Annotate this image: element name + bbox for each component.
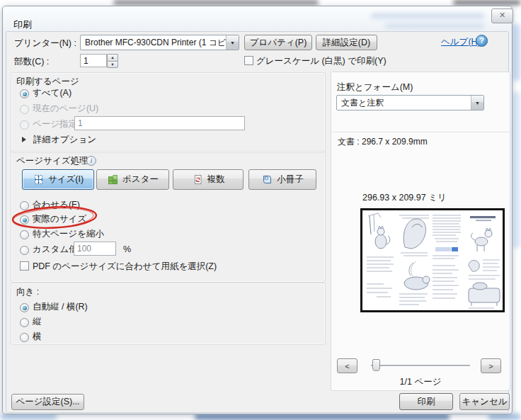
- info-icon[interactable]: i: [86, 156, 96, 166]
- comments-forms-value: 文書と注釈: [337, 97, 471, 109]
- page-setup-button-label: ページ設定(S)...: [16, 396, 79, 408]
- advanced-settings-button-label: 詳細設定(D): [323, 37, 370, 49]
- multiple-icon: [192, 174, 204, 186]
- expand-arrow-icon[interactable]: [22, 137, 26, 142]
- size-icon: [33, 174, 45, 186]
- actual-size-label: 実際のサイズ: [33, 214, 86, 225]
- help-icon[interactable]: ?: [476, 35, 488, 47]
- advanced-options-link[interactable]: 詳細オプション: [33, 135, 96, 145]
- shrink-oversized-label: 特大ページを縮小: [33, 229, 104, 239]
- next-page-button[interactable]: >: [481, 358, 501, 373]
- advanced-settings-button[interactable]: 詳細設定(D): [316, 35, 377, 50]
- background-smudge: [488, 414, 521, 420]
- comments-forms-label: 注釈とフォーム(M): [337, 82, 413, 93]
- previous-page-icon: <: [345, 362, 349, 370]
- titlebar-glass-smudge: [385, 23, 484, 28]
- radio-landscape[interactable]: [20, 333, 29, 342]
- dialog-title: 印刷: [13, 18, 32, 31]
- all-pages-label: すべて(A): [33, 88, 71, 98]
- preview-page-frame: [360, 208, 505, 312]
- next-page-icon: >: [488, 362, 493, 370]
- current-page-label: 現在のページ(U): [33, 103, 98, 114]
- page-range-input[interactable]: 1: [74, 116, 245, 130]
- preview-page-thumbnail: [362, 210, 503, 310]
- grayscale-label: グレースケール (白黒) で印刷(Y): [256, 56, 387, 67]
- help-link[interactable]: ヘルプ(H): [441, 37, 481, 47]
- background-smudge: [512, 24, 521, 81]
- radio-all-pages[interactable]: [20, 89, 29, 98]
- poster-tool-label: ポスター: [122, 174, 159, 186]
- printer-label: プリンター(N) :: [14, 38, 76, 49]
- copies-input[interactable]: 1: [80, 54, 107, 67]
- screen: 印刷 ✕ プリンター(N) : Brother MFC-930CDN Print…: [0, 0, 521, 420]
- auto-orientation-label: 自動縦 / 横(R): [33, 302, 88, 312]
- cancel-button[interactable]: キャンセル: [459, 393, 510, 410]
- print-dialog: 印刷 ✕ プリンター(N) : Brother MFC-930CDN Print…: [2, 6, 513, 414]
- page-slider-thumb[interactable]: [372, 359, 380, 371]
- print-button-label: 印刷: [418, 396, 435, 408]
- previous-page-button[interactable]: <: [337, 358, 357, 373]
- properties-button[interactable]: プロパティ(P): [244, 35, 312, 50]
- percent-label: %: [123, 244, 131, 255]
- sizing-title: ページサイズ処理: [16, 156, 88, 166]
- multiple-tool-label: 複数: [207, 174, 225, 186]
- booklet-tool-label: 小冊子: [277, 174, 304, 186]
- cancel-button-label: キャンセル: [462, 396, 508, 408]
- size-tool-label: サイズ(I): [48, 174, 84, 186]
- panel-separator: [332, 132, 509, 132]
- copies-label: 部数(C) :: [14, 57, 49, 67]
- background-smudge: [512, 92, 521, 248]
- combo-arrow-icon: ▼: [471, 96, 483, 110]
- copies-stepper[interactable]: ▲ ▼: [107, 54, 118, 68]
- page-setup-button[interactable]: ページ設定(S)...: [11, 394, 84, 410]
- size-tool-button[interactable]: サイズ(I): [22, 169, 94, 190]
- booklet-icon: [261, 174, 273, 186]
- radio-actual-size[interactable]: [20, 215, 29, 225]
- background-smudge: [113, 0, 319, 5]
- radio-auto-orientation[interactable]: [20, 303, 29, 312]
- orientation-title: 向き :: [16, 287, 39, 297]
- document-size-text: 文書 : 296.7 x 209.9mm: [338, 137, 428, 147]
- spin-up-icon[interactable]: ▲: [107, 54, 118, 61]
- poster-tool-button[interactable]: ポスター: [96, 169, 169, 190]
- poster-icon: [107, 174, 119, 186]
- radio-fit[interactable]: [20, 201, 29, 210]
- grayscale-checkbox[interactable]: [244, 56, 253, 65]
- preview-panel: 注釈とフォーム(M) 文書と注釈 ▼ 文書 : 296.7 x 209.9mm …: [331, 72, 510, 391]
- choose-paper-label: PDF のページサイズに合わせて用紙を選択(Z): [33, 261, 217, 272]
- radio-page-range[interactable]: [20, 120, 29, 130]
- pages-title: 印刷するページ: [16, 76, 79, 87]
- properties-button-label: プロパティ(P): [250, 37, 307, 49]
- orientation-groupbox: [11, 283, 326, 345]
- background-smudge: [0, 414, 57, 420]
- choose-paper-checkbox[interactable]: [20, 261, 29, 271]
- page-indicator: 1/1 ページ: [331, 376, 510, 388]
- background-smudge: [195, 414, 450, 420]
- fit-label: 合わせる(F): [33, 200, 80, 210]
- combo-arrow-icon: ▼: [226, 35, 239, 50]
- print-button[interactable]: 印刷: [399, 393, 453, 410]
- printer-select[interactable]: Brother MFC-930CDN Printer (1 コピー) ▼: [80, 35, 239, 50]
- radio-shrink-oversized[interactable]: [20, 230, 29, 239]
- comments-forms-select[interactable]: 文書と注釈 ▼: [336, 95, 484, 110]
- page-slider-track[interactable]: [371, 365, 470, 366]
- radio-portrait[interactable]: [20, 318, 29, 327]
- printer-selected-value: Brother MFC-930CDN Printer (1 コピー): [81, 37, 226, 49]
- custom-scale-input[interactable]: 100: [74, 242, 116, 256]
- landscape-label: 横: [33, 331, 42, 342]
- radio-current-page[interactable]: [20, 105, 29, 114]
- background-smudge: [453, 0, 521, 5]
- multiple-tool-button[interactable]: 複数: [173, 169, 244, 190]
- close-button[interactable]: ✕: [491, 8, 513, 23]
- spin-down-icon[interactable]: ▼: [107, 61, 118, 69]
- titlebar-glass-smudge: [371, 13, 484, 18]
- radio-custom-scale[interactable]: [20, 246, 29, 255]
- booklet-tool-button[interactable]: 小冊子: [248, 169, 316, 190]
- preview-size-text: 296.93 x 209.97 ミリ: [362, 193, 447, 203]
- close-icon: ✕: [499, 11, 505, 19]
- portrait-label: 縦: [33, 317, 42, 327]
